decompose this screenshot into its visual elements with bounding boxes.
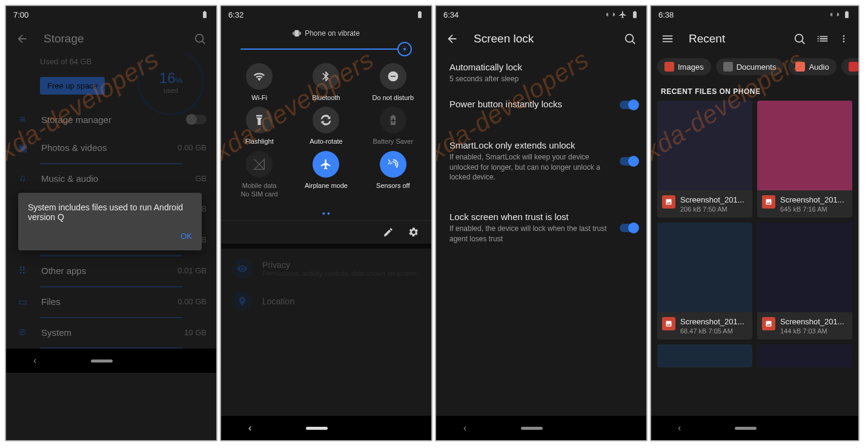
menu-icon[interactable] bbox=[661, 32, 674, 45]
svg-point-2 bbox=[626, 35, 634, 42]
qs-tile-battery-saver[interactable]: Battery Saver bbox=[360, 107, 426, 145]
screen-files: 6:38 Recent ImagesDocumentsAudioVide REC… bbox=[650, 5, 860, 441]
storage-row[interactable]: ⠿ Other apps 0.01 GB bbox=[6, 256, 216, 285]
nav-home[interactable] bbox=[91, 359, 113, 363]
row-value: 0.01 GB bbox=[177, 266, 207, 275]
privacy-row[interactable]: Privacy Permissions, activity controls, … bbox=[232, 252, 420, 285]
nav-home[interactable] bbox=[735, 427, 757, 430]
file-card[interactable]: Screenshot_201...68.47 kB 7:05 AM bbox=[657, 222, 752, 339]
nav-back-icon[interactable]: ‹ bbox=[678, 423, 681, 433]
nav-home[interactable] bbox=[306, 427, 328, 430]
lock-setting-row[interactable]: Automatically lock5 seconds after sleep bbox=[436, 55, 646, 92]
status-bar: 7:00 bbox=[6, 6, 216, 23]
file-thumbnail bbox=[657, 222, 752, 312]
qs-footer bbox=[221, 220, 431, 244]
row-label: Files bbox=[41, 296, 165, 307]
navbar: ‹ bbox=[221, 416, 431, 440]
file-card[interactable]: Screenshot_201...206 kB 7:50 AM bbox=[657, 101, 752, 218]
storage-row[interactable]: ▣ Photos & videos 0.00 GB bbox=[6, 133, 216, 162]
nav-back-icon[interactable]: ‹ bbox=[33, 355, 36, 366]
file-card[interactable]: Screenshot_201...144 kB 7:03 AM bbox=[757, 222, 852, 339]
toggle[interactable] bbox=[620, 101, 638, 109]
file-card[interactable] bbox=[757, 344, 852, 367]
svg-point-3 bbox=[795, 35, 803, 42]
toggle[interactable] bbox=[620, 157, 638, 165]
header: Storage bbox=[6, 23, 216, 55]
file-grid: Screenshot_201...206 kB 7:50 AM Screensh… bbox=[651, 101, 858, 339]
qs-tile-bluetooth[interactable]: Bluetooth bbox=[293, 63, 359, 102]
screen-storage: 7:00 Storage Used of 64 GB 16% used Free… bbox=[5, 5, 217, 441]
row-label: Other apps bbox=[41, 266, 165, 276]
status-icons bbox=[830, 10, 851, 19]
nav-back-icon[interactable]: ‹ bbox=[248, 423, 251, 433]
page-title: Recent bbox=[689, 32, 778, 45]
qs-tile-auto-rotate[interactable]: Auto-rotate bbox=[293, 107, 359, 145]
qs-circle bbox=[380, 63, 406, 90]
chip-label: Images bbox=[678, 62, 704, 72]
storage-row[interactable]: ≡ Storage manager bbox=[6, 105, 216, 133]
row-icon: ▣ bbox=[16, 142, 29, 153]
edit-icon[interactable] bbox=[383, 227, 394, 238]
row-value: 10 GB bbox=[184, 328, 207, 337]
qs-tile-do-not-disturb[interactable]: Do not disturb bbox=[360, 63, 426, 102]
status-icons bbox=[416, 10, 424, 19]
status-bar: 6:34 bbox=[436, 6, 646, 23]
search-icon[interactable] bbox=[193, 32, 207, 45]
row-icon: ≡ bbox=[16, 114, 29, 125]
file-card[interactable]: Screenshot_201...645 kB 7:16 AM bbox=[757, 101, 852, 218]
navbar: ‹ bbox=[651, 416, 858, 440]
location-row[interactable]: Location bbox=[232, 285, 420, 318]
search-icon[interactable] bbox=[623, 32, 637, 45]
filter-chip[interactable]: Vide bbox=[841, 58, 858, 75]
storage-summary: Used of 64 GB 16% used bbox=[6, 55, 216, 72]
qs-tile-airplane-mode[interactable]: Airplane mode bbox=[293, 151, 359, 199]
nav-home[interactable] bbox=[521, 427, 543, 430]
dialog-ok-button[interactable]: OK bbox=[28, 232, 192, 241]
file-card[interactable] bbox=[657, 344, 752, 367]
status-bar: 6:32 bbox=[221, 6, 431, 23]
row-label: System bbox=[41, 327, 172, 338]
file-thumbnail bbox=[757, 222, 852, 312]
back-icon[interactable] bbox=[446, 32, 459, 45]
vibrate-status: Phone on vibrate bbox=[221, 23, 431, 44]
back-icon[interactable] bbox=[16, 32, 29, 45]
filter-chip[interactable]: Images bbox=[657, 58, 711, 75]
toggle[interactable] bbox=[187, 115, 207, 124]
qs-tile-sensors-off[interactable]: Sensors off bbox=[360, 151, 426, 199]
storage-row[interactable]: ⎚ System 10 GB bbox=[6, 318, 216, 346]
clock: 7:00 bbox=[13, 10, 28, 19]
gear-icon[interactable] bbox=[408, 227, 419, 238]
qs-circle bbox=[313, 151, 339, 178]
nav-back-icon[interactable]: ‹ bbox=[463, 423, 466, 433]
toggle[interactable] bbox=[620, 224, 638, 232]
qs-circle bbox=[246, 151, 273, 178]
qs-tile-flashlight[interactable]: Flashlight bbox=[226, 107, 293, 145]
storage-row[interactable]: ♫ Music & audio GB bbox=[6, 164, 216, 192]
free-up-button[interactable]: Free up space bbox=[40, 77, 105, 95]
navbar: ‹ bbox=[436, 416, 646, 440]
filter-chip[interactable]: Documents bbox=[716, 58, 784, 75]
file-meta: 144 kB 7:03 AM bbox=[780, 327, 844, 335]
navbar: ‹ bbox=[6, 349, 216, 373]
qs-tile-grid: Wi-Fi Bluetooth Do not disturb Flashligh… bbox=[221, 55, 431, 207]
status-icons bbox=[606, 10, 639, 19]
view-icon[interactable] bbox=[816, 32, 829, 45]
brightness-slider[interactable] bbox=[221, 44, 431, 55]
qs-tile-mobile-data[interactable]: Mobile dataNo SIM card bbox=[226, 151, 293, 199]
lock-setting-row[interactable]: SmartLock only extends unlockIf enabled,… bbox=[436, 133, 646, 190]
row-label: Storage manager bbox=[41, 115, 175, 125]
image-icon bbox=[662, 317, 675, 330]
more-icon[interactable] bbox=[839, 32, 849, 45]
file-name: Screenshot_201... bbox=[780, 195, 844, 204]
lock-setting-row[interactable]: Power button instantly locks bbox=[436, 92, 646, 118]
qs-label: Battery Saver bbox=[373, 137, 414, 145]
chip-icon bbox=[849, 62, 858, 72]
lock-setting-row[interactable]: Lock screen when trust is lostIf enabled… bbox=[436, 204, 646, 252]
search-icon[interactable] bbox=[793, 32, 806, 45]
screen-screenlock: 6:34 Screen lock Automatically lock5 sec… bbox=[435, 5, 648, 441]
chip-icon bbox=[723, 62, 733, 72]
filter-chip[interactable]: Audio bbox=[788, 58, 836, 75]
chip-label: Documents bbox=[737, 62, 777, 72]
qs-tile-wi-fi[interactable]: Wi-Fi bbox=[226, 63, 293, 102]
storage-row[interactable]: ▭ Files 0.00 GB bbox=[6, 287, 216, 316]
